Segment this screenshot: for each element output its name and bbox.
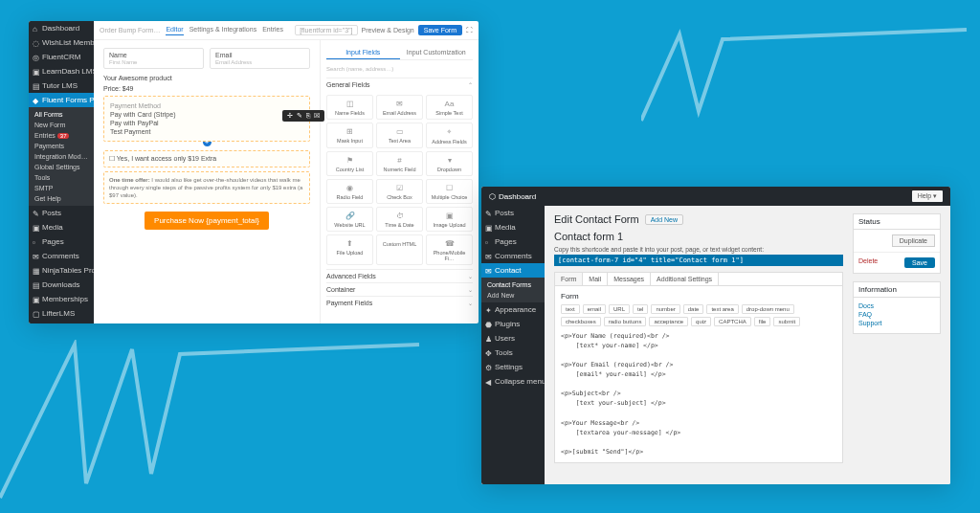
field-type[interactable]: ⏱Time & Date <box>376 207 423 232</box>
tag-button[interactable]: text area <box>706 304 738 314</box>
sidebar-item[interactable]: ♟Users <box>481 331 545 346</box>
section-advanced[interactable]: Advanced Fields⌄ <box>326 269 473 282</box>
sidebar-item[interactable]: ✎Posts <box>29 206 94 220</box>
toolbar-icon[interactable]: ✢ <box>287 112 293 120</box>
field-toolbar[interactable]: ✢✎⎘☒ <box>282 110 324 122</box>
dashboard-link[interactable]: ⬡Dashboard <box>489 192 536 201</box>
sidebar-item[interactable]: ▢LifterLMS <box>29 306 94 321</box>
sidebar-subitem[interactable]: Contact Forms <box>485 279 541 290</box>
sidebar-item[interactable]: ✉Comments <box>481 249 545 263</box>
sidebar-subitem[interactable]: Get Help <box>33 193 90 204</box>
save-form-button[interactable]: Save Form <box>418 25 462 35</box>
sidebar-item[interactable]: ✥Tools <box>481 346 545 360</box>
tag-button[interactable]: drop-down menu <box>742 304 794 314</box>
toolbar-icon[interactable]: ✎ <box>297 112 302 120</box>
sidebar-item[interactable]: ▣Media <box>29 220 94 234</box>
name-field[interactable]: Name First Name <box>103 48 204 69</box>
sidebar-item[interactable]: ⬣Plugins <box>481 317 545 331</box>
add-new-button[interactable]: Add New <box>645 214 683 225</box>
expand-icon[interactable]: ⛶ <box>466 27 473 33</box>
panel-tab[interactable]: Input Fields <box>326 46 400 59</box>
save-button[interactable]: Save <box>904 257 935 268</box>
sidebar-item[interactable]: ✦Appearance <box>481 302 545 317</box>
sidebar-subitem[interactable]: Payments <box>33 141 90 151</box>
sidebar-subitem[interactable]: Tools <box>33 172 90 183</box>
nav-tab[interactable]: Editor <box>166 26 183 35</box>
nav-tab[interactable]: Settings & Integrations <box>189 26 256 35</box>
tag-button[interactable]: acceptance <box>649 317 688 326</box>
sidebar-item[interactable]: ▣Media <box>481 220 545 234</box>
duplicate-button[interactable]: Duplicate <box>892 234 935 247</box>
sidebar-subitem[interactable]: Global Settings <box>33 162 90 172</box>
sidebar-item[interactable]: ▤Tutor LMS <box>29 78 94 93</box>
tag-button[interactable]: file <box>754 317 771 326</box>
sidebar-item[interactable]: ✎Posts <box>481 206 545 220</box>
tag-button[interactable]: radio buttons <box>604 317 647 326</box>
email-field[interactable]: Email Email Address <box>210 48 310 69</box>
preview-link[interactable]: Preview & Design <box>362 27 414 33</box>
tag-button[interactable]: checkboxes <box>561 317 601 326</box>
field-type[interactable]: ◉Radio Field <box>326 179 373 204</box>
field-type[interactable]: ☑Check Box <box>376 179 423 204</box>
sidebar-item[interactable]: ▣LearnDash LMS <box>29 64 94 78</box>
sidebar-item[interactable]: ▭Courses <box>29 321 94 323</box>
field-type[interactable]: ⚑Country List <box>326 151 373 176</box>
sidebar-item[interactable]: ▫Pages <box>29 234 94 249</box>
nav-tab[interactable]: Entries <box>262 26 283 35</box>
tag-button[interactable]: text <box>561 304 580 314</box>
field-type[interactable]: AaSimple Text <box>426 95 473 120</box>
field-type[interactable]: ⊞Mask Input <box>326 123 373 148</box>
payment-option[interactable]: Pay with Card (Stripe) <box>110 110 303 119</box>
sidebar-item[interactable]: ◀Collapse menu <box>481 374 545 389</box>
sidebar-subitem[interactable]: All Forms <box>33 109 90 120</box>
tag-button[interactable]: CAPTCHA <box>714 317 751 326</box>
tag-button[interactable]: email <box>583 304 606 314</box>
payment-option[interactable]: Test Payment <box>110 127 303 136</box>
help-button[interactable]: Help ▾ <box>912 190 943 202</box>
section-general[interactable]: General Fields⌃ <box>326 78 473 91</box>
field-type[interactable]: ▣Image Upload <box>426 207 473 232</box>
upsell-checkbox[interactable]: ☐ Yes, I want access only $19 Extra <box>103 150 310 167</box>
panel-tab[interactable]: Input Customization <box>400 46 474 59</box>
sidebar-subitem[interactable]: Entries37 <box>33 130 90 141</box>
delete-link[interactable]: Delete <box>858 257 878 264</box>
toolbar-icon[interactable]: ☒ <box>314 112 320 120</box>
field-type[interactable]: Custom HTML <box>376 234 423 265</box>
info-link[interactable]: Support <box>858 320 935 326</box>
form-code-editor[interactable]: <p>Your Name (required)<br /> [text* you… <box>561 331 836 457</box>
form-tab[interactable]: Mail <box>583 273 608 285</box>
sidebar-item[interactable]: ◌WishList Member <box>29 35 94 50</box>
shortcode-chip[interactable]: [fluentform id="3"] <box>295 25 357 35</box>
field-type[interactable]: #Numeric Field <box>376 151 423 176</box>
field-type[interactable]: ▾Dropdown <box>426 151 473 176</box>
field-type[interactable]: ⌖Address Fields <box>426 123 473 148</box>
section-payment[interactable]: Payment Fields⌄ <box>326 296 473 309</box>
section-container[interactable]: Container⌄ <box>326 282 473 296</box>
payment-option[interactable]: Pay with PayPal <box>110 119 303 127</box>
payment-method-box[interactable]: Payment Method Pay with Card (Stripe)Pay… <box>103 96 310 142</box>
field-type[interactable]: ☎Phone/Mobile Fi… <box>426 234 473 265</box>
info-link[interactable]: FAQ <box>858 311 935 318</box>
tag-button[interactable]: URL <box>609 304 630 314</box>
sidebar-subitem[interactable]: Add New <box>485 290 541 301</box>
sidebar-item[interactable]: ▦NinjaTables Pro <box>29 263 94 278</box>
field-type[interactable]: ✉Email Address <box>376 95 423 120</box>
field-type[interactable]: ⬆File Upload <box>326 234 373 265</box>
info-link[interactable]: Docs <box>858 302 935 309</box>
tag-button[interactable]: date <box>683 304 704 314</box>
sidebar-subitem[interactable]: New Form <box>33 120 90 130</box>
form-tab[interactable]: Messages <box>608 273 651 285</box>
tag-button[interactable]: number <box>651 304 679 314</box>
shortcode-display[interactable]: [contact-form-7 id="4" title="Contact fo… <box>554 255 843 266</box>
sidebar-item[interactable]: ⚙Settings <box>481 360 545 374</box>
toolbar-icon[interactable]: ⎘ <box>306 112 310 120</box>
sidebar-subitem[interactable]: Integration Modules <box>33 151 90 162</box>
sidebar-item[interactable]: ▤Downloads <box>29 278 94 292</box>
purchase-button[interactable]: Purchase Now {payment_total} <box>145 212 269 230</box>
tag-button[interactable]: submit <box>773 317 800 326</box>
sidebar-item[interactable]: ✉Comments <box>29 249 94 263</box>
field-type[interactable]: ▭Text Area <box>376 123 423 148</box>
sidebar-item[interactable]: ◆Fluent Forms Pro <box>29 93 94 107</box>
field-type[interactable]: ◫Name Fields <box>326 95 373 120</box>
field-type[interactable]: ☐Multiple Choice <box>426 179 473 204</box>
